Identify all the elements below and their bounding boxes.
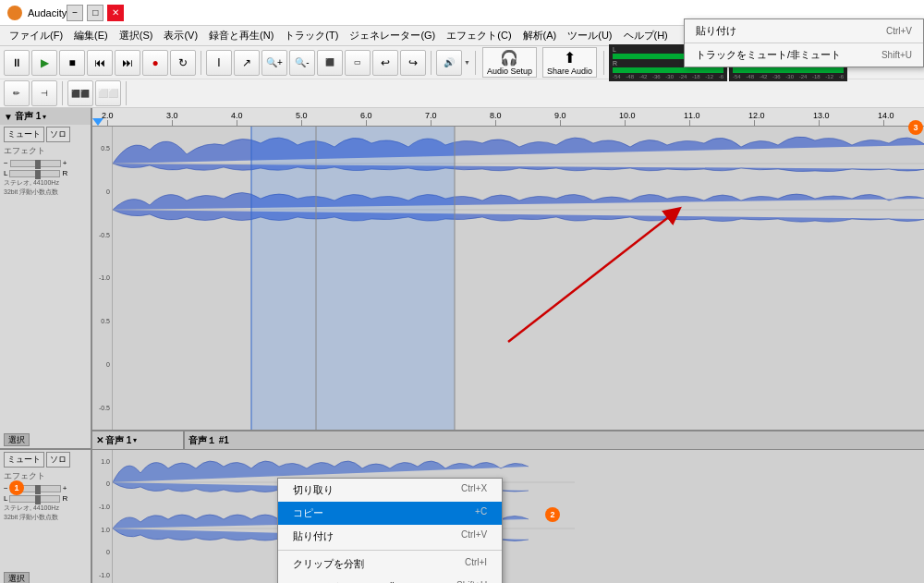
track2-controls: ミュート ソロ エフェクト − + L R ステレオ, 44100Hz 32bi… — [0, 450, 92, 583]
ctx-paste-shortcut: Ctrl+V — [461, 529, 487, 543]
track2-dropdown-arrow[interactable]: ▾ — [133, 436, 137, 444]
ctx-split-label: クリップを分割 — [293, 557, 364, 571]
track2-bit-info: 32bit 浮動小数点数 — [0, 513, 91, 522]
ctx-split[interactable]: クリップを分割 Ctrl+I — [278, 553, 502, 576]
zoom-in-tool[interactable]: 🔍+ — [261, 50, 287, 76]
track1-select-btn[interactable]: 選択 — [4, 433, 30, 446]
ctx-cut[interactable]: 切り取り Ctrl+X — [278, 479, 502, 502]
track2-name: 音声 1 — [105, 434, 131, 447]
tick-12: 12.0 — [754, 120, 755, 126]
track-zoom-tool[interactable]: ⬛⬛ — [67, 80, 93, 106]
track1-collapse-arrow[interactable]: ▼ — [4, 112, 13, 122]
paste-item-mute[interactable]: トラックをミュート/非ミュート Shift+U — [685, 43, 923, 67]
svg-rect-5 — [251, 278, 455, 430]
svg-rect-9 — [113, 450, 924, 518]
track2-mute-btn[interactable]: ミュート — [4, 452, 44, 468]
track1-mute-solo: ミュート ソロ — [0, 125, 91, 144]
menu-file[interactable]: ファイル(F) — [4, 27, 68, 44]
track2-waveform-area[interactable]: 1.0 0 -1.0 1.0 0 -1.0 — [92, 450, 924, 583]
track1-solo-btn[interactable]: ソロ — [46, 127, 70, 142]
envelope-tool[interactable]: ⊣ — [31, 80, 57, 106]
track2-select-area: 選択 — [0, 570, 91, 583]
draw-tool[interactable]: ✏ — [4, 80, 30, 106]
sep1 — [201, 51, 201, 75]
loop-button[interactable]: ↻ — [170, 50, 196, 76]
track2-close-btn[interactable]: ✕ — [96, 435, 103, 445]
share-audio-icon: ⬆ — [564, 49, 576, 67]
track1-minus: − — [4, 159, 8, 167]
track2-L: L — [4, 494, 7, 503]
play-button[interactable]: ▶ — [31, 50, 57, 76]
menu-track[interactable]: トラック(T) — [279, 27, 344, 44]
ctx-copy[interactable]: コピー +C — [278, 502, 502, 525]
paste-item-paste[interactable]: 貼り付け Ctrl+V — [685, 19, 923, 43]
paste-shortcut: Ctrl+V — [886, 26, 912, 36]
next-button[interactable]: ⏭ — [115, 50, 140, 76]
menu-tools[interactable]: ツール(U) — [562, 27, 617, 44]
tick-11: 11.0 — [689, 120, 690, 126]
track1-R: R — [62, 169, 67, 177]
minimize-button[interactable]: − — [67, 5, 83, 21]
cursor-tool[interactable]: I — [206, 50, 232, 76]
track1-yaxis: 0.5 0 -0.5 -1.0 0.5 0 -0.5 — [92, 127, 113, 430]
audio-setup-button[interactable]: 🎧 Audio Setup — [482, 47, 537, 78]
paste-mute-label: トラックをミュート/非ミュート — [696, 48, 841, 62]
track1-select-area: 選択 — [0, 431, 91, 448]
paste-mute-shortcut: Shift+U — [881, 50, 912, 60]
waveform-right: 2.0 3.0 4.0 5.0 6.0 7.0 8.0 9.0 10.0 11.… — [92, 108, 924, 450]
redo-tool[interactable]: ↪ — [400, 50, 426, 76]
track1-waveform[interactable] — [113, 127, 924, 430]
tick-4: 4.0 — [237, 120, 237, 126]
track1-dropdown[interactable]: ▾ — [43, 113, 46, 121]
track2-plus: + — [63, 484, 67, 492]
row2-sep1 — [62, 81, 63, 105]
track1-mute-btn[interactable]: ミュート — [4, 127, 44, 142]
menu-recording[interactable]: 録音と再生(N) — [203, 27, 279, 44]
track2-pan-slider[interactable] — [9, 495, 60, 503]
app-icon — [7, 6, 22, 20]
track1-name: 音声 1 — [15, 110, 41, 123]
context-menu: 切り取り Ctrl+X コピー +C 貼り付け Ctrl+V クリップを分割 C… — [277, 478, 503, 583]
menu-effect[interactable]: エフェクト(C) — [441, 27, 517, 44]
track1-vol-slider[interactable] — [10, 160, 61, 167]
menu-edit[interactable]: 編集(E) — [68, 27, 114, 44]
fit-proj-tool[interactable]: ▭ — [345, 50, 371, 76]
menu-select[interactable]: 選択(S) — [114, 27, 159, 44]
maximize-button[interactable]: □ — [87, 5, 103, 21]
paste-menu: 貼り付け Ctrl+V トラックをミュート/非ミュート Shift+U — [684, 18, 924, 67]
pause-button[interactable]: ⏸ — [4, 50, 30, 76]
close-button[interactable]: ✕ — [107, 5, 124, 21]
fit-sel-tool[interactable]: ⬛ — [317, 50, 343, 76]
share-audio-button[interactable]: ⬆ Share Audio — [542, 47, 597, 78]
ctx-paste-label: 貼り付け — [293, 529, 334, 543]
prev-button[interactable]: ⏮ — [87, 50, 113, 76]
track1-pan-slider[interactable] — [9, 170, 60, 177]
select-tool[interactable]: ↗ — [234, 50, 260, 76]
stop-button[interactable]: ■ — [59, 50, 85, 76]
menu-help[interactable]: ヘルプ(H) — [618, 27, 674, 44]
track1-L: L — [4, 169, 7, 177]
svg-rect-4 — [251, 127, 455, 278]
tick-13: 13.0 — [819, 120, 820, 126]
ctx-mute[interactable]: トラックをミュート/非ミュート Shift+U — [278, 576, 502, 583]
track1-pan-row: L R — [0, 168, 91, 178]
track1-controls: ▼ 音声 1 ▾ ミュート ソロ エフェクト − + L R — [0, 108, 92, 450]
zoom-out-tool[interactable]: 🔍- — [289, 50, 315, 76]
volume-button[interactable]: 🔊 — [436, 50, 462, 76]
align-tool[interactable]: ⬜⬜ — [95, 80, 121, 106]
menu-view[interactable]: 表示(V) — [158, 27, 203, 44]
track2-solo-btn[interactable]: ソロ — [46, 452, 70, 468]
tick-6: 6.0 — [366, 120, 367, 126]
paste-label: 貼り付け — [696, 24, 736, 38]
undo-tool[interactable]: ↩ — [372, 50, 398, 76]
ctx-paste[interactable]: 貼り付け Ctrl+V — [278, 525, 502, 548]
ctx-cut-shortcut: Ctrl+X — [461, 483, 487, 497]
svg-rect-1 — [113, 278, 924, 430]
record-button[interactable]: ● — [142, 50, 168, 76]
menu-analyze[interactable]: 解析(A) — [517, 27, 563, 44]
track2-select-btn[interactable]: 選択 — [4, 572, 30, 583]
track1-effect-label: エフェクト — [0, 144, 91, 158]
menu-generator[interactable]: ジェネレーター(G) — [344, 27, 441, 44]
main-area: ▼ 音声 1 ▾ ミュート ソロ エフェクト − + L R — [0, 108, 924, 583]
track2-header-left: ✕ 音声 1 ▾ — [92, 431, 185, 449]
